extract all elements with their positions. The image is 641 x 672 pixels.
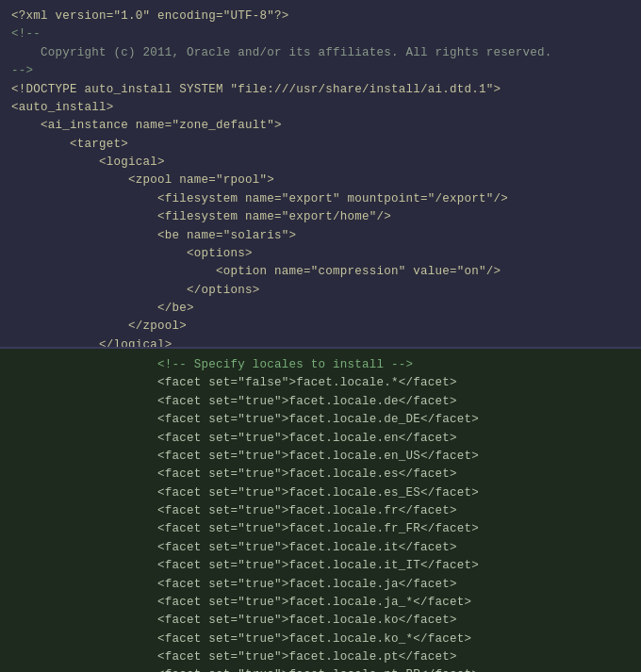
code-line: <!-- [11, 25, 630, 43]
code-line: Copyright (c) 2011, Oracle and/or its af… [11, 44, 630, 62]
code-line: <auto_install> [11, 99, 630, 117]
code-line: <facet set="true">facet.locale.pt</facet… [11, 648, 630, 666]
code-line: <facet set="true">facet.locale.en_US</fa… [11, 448, 630, 466]
code-line: <!DOCTYPE auto_install SYSTEM "file:///u… [11, 81, 630, 99]
code-line: </zpool> [11, 318, 630, 336]
code-line: <?xml version="1.0" encoding="UTF-8"?> [11, 8, 630, 25]
code-line: <facet set="true">facet.locale.it_IT</fa… [11, 557, 630, 575]
code-line: <options> [11, 245, 630, 263]
code-line: <facet set="true">facet.locale.pt_BR</fa… [11, 666, 630, 672]
code-line: <ai_instance name="zone_default"> [11, 117, 630, 135]
code-line: <facet set="true">facet.locale.ko_*</fac… [11, 631, 630, 648]
bottom-code-section: <!-- Specify locales to install --> <fac… [0, 349, 641, 672]
code-line: <filesystem name="export" mountpoint="/e… [11, 190, 630, 208]
code-line: <facet set="true">facet.locale.en</facet… [11, 430, 630, 448]
code-line: --> [11, 62, 630, 80]
code-line: <facet set="false">facet.locale.*</facet… [11, 374, 630, 392]
code-line: <be name="solaris"> [11, 227, 630, 245]
code-line: <target> [11, 136, 630, 154]
code-line: </options> [11, 282, 630, 300]
code-line: <facet set="true">facet.locale.es</facet… [11, 466, 630, 484]
code-line: <!-- Specify locales to install --> [11, 356, 630, 374]
code-line: <facet set="true">facet.locale.ko</facet… [11, 612, 630, 630]
code-line: <logical> [11, 154, 630, 172]
code-line: <zpool name="rpool"> [11, 172, 630, 189]
code-editor: <?xml version="1.0" encoding="UTF-8"?><!… [0, 0, 641, 672]
code-line: </logical> [11, 336, 630, 349]
code-line: <facet set="true">facet.locale.ja_*</fac… [11, 594, 630, 612]
code-line: <facet set="true">facet.locale.de_DE</fa… [11, 411, 630, 429]
code-line: <option name="compression" value="on"/> [11, 263, 630, 281]
code-line: <facet set="true">facet.locale.fr_FR</fa… [11, 520, 630, 538]
code-line: <filesystem name="export/home"/> [11, 208, 630, 226]
top-code-section: <?xml version="1.0" encoding="UTF-8"?><!… [0, 0, 641, 349]
code-line: <facet set="true">facet.locale.ja</facet… [11, 576, 630, 594]
code-line: <facet set="true">facet.locale.de</facet… [11, 393, 630, 411]
code-line: <facet set="true">facet.locale.it</facet… [11, 539, 630, 557]
code-line: <facet set="true">facet.locale.fr</facet… [11, 502, 630, 520]
code-line: <facet set="true">facet.locale.es_ES</fa… [11, 484, 630, 502]
code-line: </be> [11, 300, 630, 318]
